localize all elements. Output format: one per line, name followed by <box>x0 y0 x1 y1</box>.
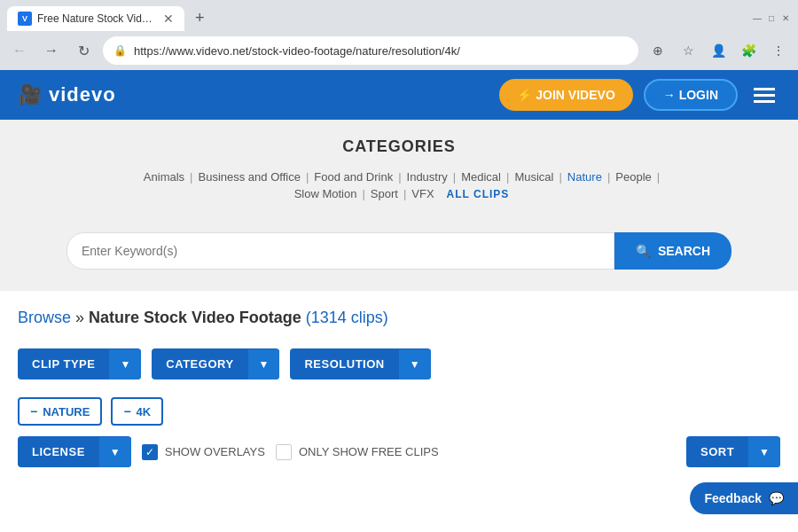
resolution-label: RESOLUTION <box>290 348 398 379</box>
tab-close-icon[interactable]: ✕ <box>163 12 174 25</box>
active-filter-4k[interactable]: − 4K <box>111 397 163 426</box>
logo-text: videvo <box>49 83 116 106</box>
remove-4k-icon[interactable]: − <box>123 404 130 419</box>
toolbar-actions: ⊕ ☆ 👤 🧩 ⋮ <box>645 38 791 63</box>
category-link-animals[interactable]: Animals <box>138 170 190 184</box>
lock-icon: 🔒 <box>113 44 127 57</box>
resolution-filter[interactable]: RESOLUTION ▼ <box>290 348 430 379</box>
hamburger-line-3 <box>754 100 775 103</box>
chevron-down-icon-3: ▼ <box>410 358 420 371</box>
site-header: 🎥 videvo ⚡ JOIN VIDEVO → LOGIN <box>0 70 798 120</box>
category-link-musical[interactable]: Musical <box>509 170 559 184</box>
search-input[interactable] <box>66 232 614 270</box>
search-button[interactable]: 🔍 SEARCH <box>614 232 732 270</box>
browser-toolbar: ← → ↻ 🔒 https://www.videvo.net/stock-vid… <box>0 31 798 70</box>
category-link-slowmotion[interactable]: Slow Motion <box>289 187 363 200</box>
license-filter[interactable]: LICENSE ▼ <box>18 436 131 467</box>
window-controls: — □ ✕ <box>752 13 791 24</box>
clips-count: (1314 clips) <box>306 309 388 326</box>
sort-label: SORT <box>686 436 748 467</box>
address-bar[interactable]: 🔒 https://www.videvo.net/stock-video-foo… <box>103 36 638 65</box>
clip-type-label: CLIP TYPE <box>18 348 109 379</box>
license-label: LICENSE <box>18 436 99 467</box>
categories-title: CATEGORIES <box>18 137 780 156</box>
bottom-filters-row: LICENSE ▼ ✓ SHOW OVERLAYS ONLY SHOW FREE… <box>0 429 798 474</box>
all-clips-link[interactable]: ALL CLIPS <box>447 188 510 200</box>
active-filter-nature[interactable]: − NATURE <box>18 397 102 426</box>
join-button[interactable]: ⚡ JOIN VIDEVO <box>499 79 632 111</box>
show-overlays-checkbox[interactable]: ✓ <box>142 444 158 460</box>
search-icon: 🔍 <box>636 244 651 258</box>
license-arrow: ▼ <box>99 437 131 467</box>
logo-camera-icon: 🎥 <box>18 83 42 106</box>
tab-title: Free Nature Stock Video Foota <box>37 12 158 25</box>
show-overlays-toggle[interactable]: ✓ SHOW OVERLAYS <box>142 444 265 460</box>
category-link-nature[interactable]: Nature <box>562 170 607 184</box>
browser-tab[interactable]: V Free Nature Stock Video Foota ✕ <box>7 6 184 31</box>
breadcrumb-separator: » <box>75 309 89 326</box>
category-link-sport[interactable]: Sport <box>365 187 403 200</box>
nature-filter-label: NATURE <box>43 405 90 419</box>
search-section: 🔍 SEARCH <box>0 218 798 291</box>
categories-nav: Animals | Business and Office | Food and… <box>18 170 780 184</box>
minimize-button[interactable]: — <box>752 13 763 24</box>
chevron-down-icon-5: ▼ <box>759 446 770 458</box>
page-title: Nature Stock Video Footage <box>89 309 301 326</box>
separator-8: | <box>657 170 660 184</box>
url-text: https://www.videvo.net/stock-video-foota… <box>134 44 628 58</box>
category-link-business[interactable]: Business and Office <box>192 170 305 184</box>
page-content: 🎥 videvo ⚡ JOIN VIDEVO → LOGIN CATEGORIE… <box>0 70 798 474</box>
category-link-food[interactable]: Food and Drink <box>309 170 398 184</box>
login-button[interactable]: → LOGIN <box>644 79 738 111</box>
category-filter[interactable]: CATEGORY ▼ <box>152 348 279 379</box>
category-link-vfx[interactable]: VFX <box>406 187 439 200</box>
filters-row: CLIP TYPE ▼ CATEGORY ▼ RESOLUTION ▼ <box>0 338 798 390</box>
refresh-button[interactable]: ↻ <box>71 38 96 63</box>
hamburger-menu-button[interactable] <box>748 82 780 108</box>
extension-icon[interactable]: 🧩 <box>736 38 761 63</box>
profile-icon[interactable]: 👤 <box>706 38 731 63</box>
category-arrow: ▼ <box>248 349 280 379</box>
forward-button[interactable]: → <box>39 38 64 63</box>
new-tab-button[interactable]: + <box>188 5 212 31</box>
close-window-button[interactable]: ✕ <box>780 13 791 24</box>
tab-favicon: V <box>18 12 32 26</box>
categories-section: CATEGORIES Animals | Business and Office… <box>0 120 798 218</box>
remove-nature-icon[interactable]: − <box>30 404 37 419</box>
hamburger-line-1 <box>754 88 775 90</box>
category-link-industry[interactable]: Industry <box>402 170 453 184</box>
bookmark-icon[interactable]: ☆ <box>676 38 700 63</box>
more-icon[interactable]: ⋮ <box>766 38 791 63</box>
maximize-button[interactable]: □ <box>766 13 777 24</box>
chevron-down-icon: ▼ <box>120 358 130 371</box>
show-overlays-label: SHOW OVERLAYS <box>165 445 265 458</box>
chevron-down-icon-2: ▼ <box>259 358 270 371</box>
search-bar: 🔍 SEARCH <box>66 232 732 270</box>
chevron-down-icon-4: ▼ <box>110 446 121 458</box>
clip-type-arrow: ▼ <box>109 349 141 379</box>
4k-filter-label: 4K <box>137 405 152 419</box>
only-free-checkbox[interactable] <box>276 444 292 460</box>
only-free-toggle[interactable]: ONLY SHOW FREE CLIPS <box>276 444 439 460</box>
back-button[interactable]: ← <box>7 38 32 63</box>
browse-section: Browse » Nature Stock Video Footage (131… <box>0 291 798 338</box>
only-free-label: ONLY SHOW FREE CLIPS <box>299 445 439 458</box>
sort-filter[interactable]: SORT ▼ <box>686 436 780 467</box>
categories-row2: Slow Motion | Sport | VFX ALL CLIPS <box>18 187 780 200</box>
hamburger-line-2 <box>754 94 775 97</box>
clip-type-filter[interactable]: CLIP TYPE ▼ <box>18 348 141 379</box>
category-link-people[interactable]: People <box>610 170 656 184</box>
browse-title: Browse » Nature Stock Video Footage (131… <box>18 309 780 327</box>
category-label: CATEGORY <box>152 348 247 379</box>
browse-link[interactable]: Browse <box>18 309 71 326</box>
search-button-label: SEARCH <box>658 244 710 258</box>
header-actions: ⚡ JOIN VIDEVO → LOGIN <box>499 79 780 111</box>
resolution-arrow: ▼ <box>399 349 431 379</box>
category-link-medical[interactable]: Medical <box>456 170 506 184</box>
active-filters: − NATURE − 4K <box>0 390 798 429</box>
sort-arrow: ▼ <box>748 437 780 467</box>
site-logo: 🎥 videvo <box>18 83 116 106</box>
translate-icon[interactable]: ⊕ <box>645 38 670 63</box>
